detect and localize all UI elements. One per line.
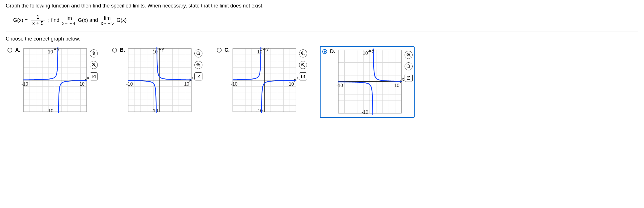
graph-controls bbox=[405, 49, 413, 116]
tick-x-neg: -10 bbox=[231, 82, 237, 87]
fraction-numerator: 1 bbox=[35, 14, 41, 20]
graph-controls bbox=[194, 47, 202, 115]
svg-line-100 bbox=[304, 54, 305, 55]
option-body[interactable]: A. yx10-10-1010 bbox=[6, 46, 99, 116]
limit-2-top: lim bbox=[104, 16, 111, 21]
tick-x-pos: 10 bbox=[289, 82, 294, 87]
limit-2: lim x→ − 5 bbox=[101, 16, 114, 25]
x-axis-label: x bbox=[192, 75, 194, 80]
divider bbox=[6, 32, 638, 32]
x-axis-label: x bbox=[402, 77, 404, 82]
radio-button[interactable] bbox=[217, 48, 222, 53]
options-row: A. yx10-10-1010B. yx10-10-1010C. bbox=[6, 46, 638, 118]
svg-line-64 bbox=[199, 54, 200, 55]
tick-y-pos: 10 bbox=[48, 49, 53, 55]
svg-marker-97 bbox=[263, 48, 266, 50]
zoom-out-icon[interactable] bbox=[299, 61, 307, 69]
graph[interactable]: yx10-10-1010 bbox=[22, 47, 88, 115]
svg-line-107 bbox=[303, 75, 304, 76]
tick-y-pos: 10 bbox=[363, 51, 368, 56]
tick-y-neg: -10 bbox=[362, 110, 368, 115]
option-header[interactable]: A. bbox=[7, 47, 20, 53]
svg-line-104 bbox=[304, 66, 305, 67]
option-header[interactable]: B. bbox=[112, 47, 125, 53]
option-label: A. bbox=[15, 47, 20, 53]
tick-x-pos: 10 bbox=[79, 82, 85, 87]
option-header[interactable]: C. bbox=[217, 47, 230, 53]
option-a: A. yx10-10-1010 bbox=[6, 46, 99, 116]
option-body[interactable]: D. yx10-10-1010 bbox=[320, 46, 415, 118]
limit-1: lim x→ − 4 bbox=[62, 16, 75, 25]
option-label: D. bbox=[330, 49, 335, 55]
option-b: B. yx10-10-1010 bbox=[110, 46, 204, 116]
popout-icon[interactable] bbox=[90, 72, 98, 80]
option-header[interactable]: D. bbox=[322, 49, 335, 55]
graph[interactable]: yx10-10-1010 bbox=[127, 47, 193, 115]
zoom-in-icon[interactable] bbox=[90, 49, 98, 57]
formula-lhs: G(x) = bbox=[13, 17, 28, 23]
limit-1-under: x→ − 4 bbox=[62, 21, 75, 25]
svg-line-143 bbox=[408, 76, 410, 78]
option-c: C. yx10-10-1010 bbox=[215, 46, 308, 116]
limit-2-under: x→ − 5 bbox=[101, 21, 114, 25]
limit-1-top: lim bbox=[65, 16, 72, 21]
graph[interactable]: yx10-10-1010 bbox=[231, 47, 297, 115]
svg-line-140 bbox=[409, 67, 410, 68]
option-label: B. bbox=[120, 47, 125, 53]
fraction-denominator: x + 5 bbox=[31, 20, 46, 26]
tick-y-pos: 10 bbox=[257, 49, 262, 55]
svg-marker-25 bbox=[53, 48, 56, 50]
x-axis-label: x bbox=[87, 75, 89, 80]
radio-button[interactable] bbox=[322, 49, 327, 54]
tick-x-neg: -10 bbox=[22, 82, 28, 87]
svg-marker-133 bbox=[368, 49, 371, 52]
formula: G(x) = 1 x + 5 ; find lim x→ − 4 G(x) an… bbox=[6, 14, 638, 26]
y-axis-label: y bbox=[266, 47, 269, 52]
popout-icon[interactable] bbox=[299, 72, 307, 80]
svg-line-32 bbox=[94, 66, 95, 67]
zoom-in-icon[interactable] bbox=[299, 49, 307, 57]
radio-button[interactable] bbox=[7, 48, 12, 53]
option-body[interactable]: C. yx10-10-1010 bbox=[215, 46, 308, 116]
tick-x-pos: 10 bbox=[394, 83, 399, 88]
popout-icon[interactable] bbox=[194, 72, 202, 80]
tick-y-pos: 10 bbox=[153, 49, 158, 55]
option-label: C. bbox=[225, 47, 230, 53]
y-axis-label: y bbox=[372, 48, 374, 53]
graph-controls bbox=[90, 47, 98, 115]
svg-line-71 bbox=[198, 75, 200, 76]
limit-2-of: G(x) bbox=[117, 17, 127, 23]
zoom-out-icon[interactable] bbox=[405, 62, 413, 70]
choose-prompt: Choose the correct graph below. bbox=[6, 36, 638, 42]
tick-x-neg: -10 bbox=[336, 83, 343, 88]
zoom-in-icon[interactable] bbox=[194, 49, 202, 57]
graph[interactable]: yx10-10-1010 bbox=[337, 49, 403, 116]
tick-x-pos: 10 bbox=[184, 82, 189, 87]
formula-fraction: 1 x + 5 bbox=[31, 14, 46, 26]
radio-button[interactable] bbox=[112, 48, 117, 53]
svg-marker-61 bbox=[158, 48, 161, 50]
option-body[interactable]: B. yx10-10-1010 bbox=[110, 46, 204, 116]
zoom-out-icon[interactable] bbox=[194, 61, 202, 69]
tick-y-neg: -10 bbox=[47, 108, 53, 113]
graph-controls bbox=[299, 47, 307, 115]
formula-find: ; find bbox=[48, 17, 59, 23]
limit-1-of: G(x) and bbox=[78, 17, 98, 23]
svg-line-35 bbox=[93, 75, 95, 76]
y-axis-label: y bbox=[162, 47, 164, 52]
svg-line-68 bbox=[199, 66, 200, 67]
zoom-in-icon[interactable] bbox=[405, 51, 413, 59]
svg-line-28 bbox=[94, 54, 95, 55]
popout-icon[interactable] bbox=[405, 74, 413, 82]
zoom-out-icon[interactable] bbox=[90, 61, 98, 69]
tick-x-neg: -10 bbox=[126, 82, 133, 87]
y-axis-label: y bbox=[57, 47, 59, 52]
instructions-text: Graph the following function and then fi… bbox=[6, 3, 638, 9]
tick-y-neg: -10 bbox=[256, 108, 263, 113]
tick-y-neg: -10 bbox=[151, 108, 158, 113]
svg-line-136 bbox=[409, 55, 410, 57]
option-d: D. yx10-10-1010 bbox=[320, 46, 415, 118]
x-axis-label: x bbox=[296, 75, 298, 80]
